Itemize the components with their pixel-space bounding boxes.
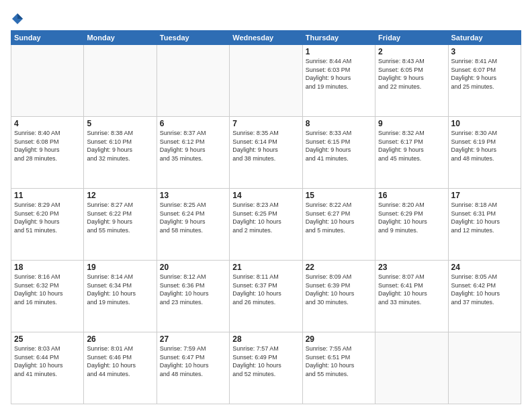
week-row-2: 4Sunrise: 8:40 AM Sunset: 6:08 PM Daylig… <box>11 117 521 189</box>
day-info: Sunrise: 8:40 AM Sunset: 6:08 PM Dayligh… <box>14 129 81 163</box>
day-header-tuesday: Tuesday <box>157 31 229 45</box>
day-number: 25 <box>14 334 81 344</box>
day-info: Sunrise: 8:29 AM Sunset: 6:20 PM Dayligh… <box>14 201 81 234</box>
calendar-cell: 10Sunrise: 8:30 AM Sunset: 6:19 PM Dayli… <box>448 117 521 189</box>
calendar-cell <box>11 45 84 117</box>
logo-icon <box>11 13 24 25</box>
day-number: 13 <box>160 191 226 200</box>
calendar-cell: 16Sunrise: 8:20 AM Sunset: 6:29 PM Dayli… <box>375 189 448 261</box>
calendar-cell: 24Sunrise: 8:05 AM Sunset: 6:42 PM Dayli… <box>448 261 521 332</box>
day-number: 28 <box>232 334 299 344</box>
calendar-cell <box>448 332 521 404</box>
logo <box>11 11 24 25</box>
calendar-cell: 13Sunrise: 8:25 AM Sunset: 6:24 PM Dayli… <box>157 189 229 261</box>
calendar-cell: 7Sunrise: 8:35 AM Sunset: 6:14 PM Daylig… <box>230 117 302 189</box>
calendar-cell: 28Sunrise: 7:57 AM Sunset: 6:49 PM Dayli… <box>230 332 302 404</box>
day-number: 29 <box>306 334 372 344</box>
calendar-cell: 6Sunrise: 8:37 AM Sunset: 6:12 PM Daylig… <box>157 117 229 189</box>
day-header-monday: Monday <box>84 31 157 45</box>
calendar-cell <box>157 45 229 117</box>
day-number: 27 <box>160 334 226 344</box>
calendar-cell <box>230 45 302 117</box>
day-number: 16 <box>378 191 445 200</box>
week-row-3: 11Sunrise: 8:29 AM Sunset: 6:20 PM Dayli… <box>11 189 521 261</box>
calendar-cell: 1Sunrise: 8:44 AM Sunset: 6:03 PM Daylig… <box>302 45 375 117</box>
day-info: Sunrise: 8:09 AM Sunset: 6:39 PM Dayligh… <box>306 273 372 306</box>
day-info: Sunrise: 8:44 AM Sunset: 6:03 PM Dayligh… <box>306 57 372 91</box>
calendar-cell: 14Sunrise: 8:23 AM Sunset: 6:25 PM Dayli… <box>230 189 302 261</box>
calendar-cell: 2Sunrise: 8:43 AM Sunset: 6:05 PM Daylig… <box>375 45 448 117</box>
calendar-cell: 29Sunrise: 7:55 AM Sunset: 6:51 PM Dayli… <box>302 332 375 404</box>
day-number: 17 <box>451 191 518 200</box>
day-number: 19 <box>87 263 153 272</box>
calendar-cell: 26Sunrise: 8:01 AM Sunset: 6:46 PM Dayli… <box>84 332 157 404</box>
day-info: Sunrise: 8:33 AM Sunset: 6:15 PM Dayligh… <box>306 129 372 163</box>
day-number: 21 <box>232 263 299 272</box>
day-number: 20 <box>160 263 226 272</box>
calendar-cell: 9Sunrise: 8:32 AM Sunset: 6:17 PM Daylig… <box>375 117 448 189</box>
calendar-cell: 4Sunrise: 8:40 AM Sunset: 6:08 PM Daylig… <box>11 117 84 189</box>
day-number: 4 <box>14 119 81 128</box>
day-info: Sunrise: 8:03 AM Sunset: 6:44 PM Dayligh… <box>14 345 81 378</box>
calendar-cell <box>375 332 448 404</box>
day-number: 6 <box>160 119 226 128</box>
day-number: 2 <box>378 47 445 56</box>
calendar-cell: 17Sunrise: 8:18 AM Sunset: 6:31 PM Dayli… <box>448 189 521 261</box>
day-header-friday: Friday <box>375 31 448 45</box>
day-info: Sunrise: 7:55 AM Sunset: 6:51 PM Dayligh… <box>306 345 372 378</box>
calendar-body: 1Sunrise: 8:44 AM Sunset: 6:03 PM Daylig… <box>11 45 521 404</box>
day-number: 1 <box>306 47 372 56</box>
day-number: 26 <box>87 334 153 344</box>
day-header-saturday: Saturday <box>448 31 521 45</box>
day-number: 12 <box>87 191 153 200</box>
day-number: 3 <box>451 47 518 56</box>
calendar-header: SundayMondayTuesdayWednesdayThursdayFrid… <box>11 31 521 45</box>
day-number: 23 <box>378 263 445 272</box>
day-info: Sunrise: 8:25 AM Sunset: 6:24 PM Dayligh… <box>160 201 226 234</box>
day-info: Sunrise: 8:35 AM Sunset: 6:14 PM Dayligh… <box>232 129 299 163</box>
day-info: Sunrise: 8:22 AM Sunset: 6:27 PM Dayligh… <box>306 201 372 234</box>
day-number: 18 <box>14 263 81 272</box>
day-info: Sunrise: 8:18 AM Sunset: 6:31 PM Dayligh… <box>451 201 518 234</box>
day-info: Sunrise: 8:38 AM Sunset: 6:10 PM Dayligh… <box>87 129 153 163</box>
day-info: Sunrise: 8:27 AM Sunset: 6:22 PM Dayligh… <box>87 201 153 234</box>
day-info: Sunrise: 8:43 AM Sunset: 6:05 PM Dayligh… <box>378 57 445 91</box>
day-number: 7 <box>232 119 299 128</box>
week-row-4: 18Sunrise: 8:16 AM Sunset: 6:32 PM Dayli… <box>11 261 521 332</box>
logo-wrapper <box>11 11 24 25</box>
day-info: Sunrise: 8:11 AM Sunset: 6:37 PM Dayligh… <box>232 273 299 306</box>
calendar-cell <box>84 45 157 117</box>
calendar-cell: 21Sunrise: 8:11 AM Sunset: 6:37 PM Dayli… <box>230 261 302 332</box>
day-number: 10 <box>451 119 518 128</box>
calendar-cell: 18Sunrise: 8:16 AM Sunset: 6:32 PM Dayli… <box>11 261 84 332</box>
calendar-cell: 27Sunrise: 7:59 AM Sunset: 6:47 PM Dayli… <box>157 332 229 404</box>
logo-text <box>11 11 24 25</box>
day-number: 9 <box>378 119 445 128</box>
day-info: Sunrise: 8:23 AM Sunset: 6:25 PM Dayligh… <box>232 201 299 234</box>
day-number: 8 <box>306 119 372 128</box>
day-info: Sunrise: 8:30 AM Sunset: 6:19 PM Dayligh… <box>451 129 518 163</box>
day-info: Sunrise: 8:14 AM Sunset: 6:34 PM Dayligh… <box>87 273 153 306</box>
calendar-cell: 25Sunrise: 8:03 AM Sunset: 6:44 PM Dayli… <box>11 332 84 404</box>
day-info: Sunrise: 8:01 AM Sunset: 6:46 PM Dayligh… <box>87 345 153 378</box>
day-number: 24 <box>451 263 518 272</box>
calendar-cell: 23Sunrise: 8:07 AM Sunset: 6:41 PM Dayli… <box>375 261 448 332</box>
day-number: 5 <box>87 119 153 128</box>
day-info: Sunrise: 8:20 AM Sunset: 6:29 PM Dayligh… <box>378 201 445 234</box>
header <box>11 11 521 25</box>
calendar-cell: 20Sunrise: 8:12 AM Sunset: 6:36 PM Dayli… <box>157 261 229 332</box>
calendar-cell: 8Sunrise: 8:33 AM Sunset: 6:15 PM Daylig… <box>302 117 375 189</box>
calendar-cell: 19Sunrise: 8:14 AM Sunset: 6:34 PM Dayli… <box>84 261 157 332</box>
day-info: Sunrise: 7:59 AM Sunset: 6:47 PM Dayligh… <box>160 345 226 378</box>
svg-marker-1 <box>17 13 23 19</box>
day-info: Sunrise: 8:12 AM Sunset: 6:36 PM Dayligh… <box>160 273 226 306</box>
day-info: Sunrise: 7:57 AM Sunset: 6:49 PM Dayligh… <box>232 345 299 378</box>
day-header-thursday: Thursday <box>302 31 375 45</box>
calendar-cell: 3Sunrise: 8:41 AM Sunset: 6:07 PM Daylig… <box>448 45 521 117</box>
header-row: SundayMondayTuesdayWednesdayThursdayFrid… <box>11 31 521 45</box>
day-info: Sunrise: 8:41 AM Sunset: 6:07 PM Dayligh… <box>451 57 518 91</box>
day-header-wednesday: Wednesday <box>230 31 302 45</box>
calendar-cell: 22Sunrise: 8:09 AM Sunset: 6:39 PM Dayli… <box>302 261 375 332</box>
week-row-5: 25Sunrise: 8:03 AM Sunset: 6:44 PM Dayli… <box>11 332 521 404</box>
day-info: Sunrise: 8:37 AM Sunset: 6:12 PM Dayligh… <box>160 129 226 163</box>
